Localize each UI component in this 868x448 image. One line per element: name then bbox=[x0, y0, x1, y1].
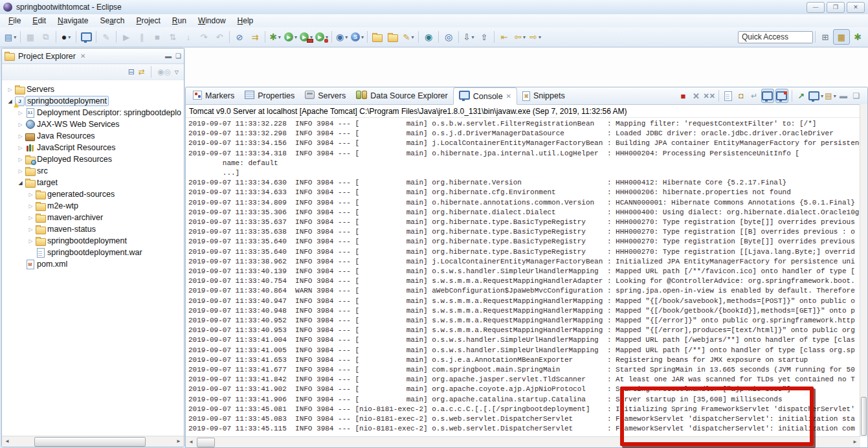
tree-item-springbootdeployment[interactable]: ▷springbootdeployment bbox=[2, 235, 184, 247]
coverage-icon[interactable]: ▶▾ bbox=[298, 30, 314, 44]
save-icon[interactable]: ▦ bbox=[23, 30, 38, 44]
explorer-horizontal-scrollbar[interactable]: ◄ ► bbox=[2, 436, 184, 447]
suspend-icon[interactable]: ∥ bbox=[134, 30, 150, 44]
new-spring-wizard-icon[interactable]: S▾ bbox=[350, 30, 365, 44]
mark-occurrences-icon[interactable]: ✎ bbox=[98, 30, 114, 44]
word-wrap-icon[interactable]: ↵ bbox=[748, 89, 760, 102]
expand-arrow-icon[interactable]: ▷ bbox=[27, 215, 35, 221]
save-all-icon[interactable]: ⧉ bbox=[38, 30, 54, 44]
menu-help[interactable]: Help bbox=[232, 15, 260, 27]
quick-access-box[interactable]: Quick Access bbox=[738, 31, 813, 43]
push-up-icon[interactable]: ⇧ bbox=[476, 30, 492, 44]
tab-properties[interactable]: Properties bbox=[239, 87, 300, 104]
scroll-left-icon[interactable]: ◄ bbox=[186, 437, 196, 447]
minimize-window-button[interactable]: — bbox=[807, 2, 825, 13]
run-icon[interactable]: ▶▾ bbox=[283, 30, 298, 44]
scroll-left-icon[interactable]: ◄ bbox=[2, 436, 12, 446]
expand-arrow-icon[interactable]: ▷ bbox=[16, 145, 25, 151]
open-folder-icon[interactable] bbox=[370, 30, 385, 44]
display-console-icon[interactable]: ▾ bbox=[808, 89, 823, 102]
expand-arrow-icon[interactable]: ▷ bbox=[6, 87, 14, 93]
expand-arrow-icon[interactable]: ▷ bbox=[27, 227, 35, 232]
pull-down-icon[interactable]: ⇩▾ bbox=[461, 30, 476, 44]
link-with-editor-icon[interactable]: ⇄ bbox=[139, 67, 145, 76]
menu-run[interactable]: Run bbox=[166, 15, 192, 27]
tree-item-servers[interactable]: ▷Servers bbox=[2, 84, 184, 95]
close-icon[interactable]: ✕ bbox=[506, 93, 511, 100]
scrollbar-thumb[interactable] bbox=[34, 437, 146, 447]
last-edit-location-icon[interactable]: ⇤ bbox=[496, 30, 512, 44]
expand-arrow-icon[interactable]: ▷ bbox=[27, 203, 35, 209]
open-terminal-icon[interactable] bbox=[78, 30, 94, 44]
tree-item-target[interactable]: ◢target bbox=[2, 177, 184, 188]
open-console-icon[interactable]: ▤▾ bbox=[825, 89, 836, 102]
step-over-icon[interactable]: ↷ bbox=[196, 30, 212, 44]
tab-snippets[interactable]: ⌘Snippets bbox=[517, 87, 570, 104]
maximize-view-icon[interactable]: ❏ bbox=[851, 89, 862, 102]
scrollbar-thumb[interactable] bbox=[861, 397, 867, 436]
minimize-view-icon[interactable]: ▬ bbox=[838, 89, 849, 102]
menu-file[interactable]: File bbox=[3, 15, 27, 27]
forward-icon[interactable]: ⇨▾ bbox=[528, 30, 543, 44]
external-browser-icon[interactable]: ◎ bbox=[441, 30, 456, 44]
resume-icon[interactable]: ▶ bbox=[118, 30, 134, 44]
back-icon[interactable]: ⇦▾ bbox=[512, 30, 528, 44]
export-folder-icon[interactable] bbox=[385, 30, 401, 44]
scroll-lock-icon[interactable]: ◘ bbox=[735, 89, 747, 102]
tree-item-src[interactable]: ▷src bbox=[2, 165, 184, 177]
scroll-right-icon[interactable]: ► bbox=[850, 437, 860, 447]
scroll-right-icon[interactable]: ► bbox=[173, 436, 184, 446]
profile-icon[interactable]: ▶▾ bbox=[314, 30, 329, 44]
expand-arrow-icon[interactable]: ▷ bbox=[27, 192, 35, 197]
clear-console-icon[interactable] bbox=[722, 89, 734, 102]
tree-item-generated-sources[interactable]: ▷generated-sources bbox=[2, 188, 184, 200]
debug-icon[interactable]: ✱▾ bbox=[267, 30, 283, 44]
tab-console[interactable]: Console✕ bbox=[453, 87, 517, 105]
tree-item-maven-status[interactable]: ▷maven-status bbox=[2, 223, 184, 235]
disconnect-icon[interactable]: ⇅ bbox=[165, 30, 181, 44]
new-wizard-icon[interactable]: ▤▾ bbox=[3, 30, 18, 44]
collapse-arrow-icon[interactable]: ◢ bbox=[16, 180, 25, 186]
tree-item-springbootdeployment[interactable]: ◢Jspringbootdeployment bbox=[2, 95, 184, 107]
expand-arrow-icon[interactable]: ▷ bbox=[16, 168, 25, 174]
expand-arrow-icon[interactable]: ▷ bbox=[16, 122, 25, 128]
maximize-window-button[interactable]: ❐ bbox=[827, 2, 845, 13]
step-filters-icon[interactable]: ⇉ bbox=[247, 30, 263, 44]
expand-arrow-icon[interactable]: ▷ bbox=[16, 133, 25, 139]
tree-item-javascript-resources[interactable]: ▷JavaScript Resources bbox=[2, 142, 184, 153]
tree-item-maven-archiver[interactable]: ▷maven-archiver bbox=[2, 212, 184, 223]
menu-navigate[interactable]: Navigate bbox=[52, 15, 94, 27]
highlight-pen-icon[interactable]: ✎▾ bbox=[401, 30, 416, 44]
step-into-icon[interactable]: ↓ bbox=[181, 30, 196, 44]
close-window-button[interactable]: ✕ bbox=[847, 2, 865, 13]
console-vertical-scrollbar[interactable] bbox=[860, 104, 867, 437]
menu-window[interactable]: Window bbox=[192, 15, 232, 27]
show-console-stderr-icon[interactable] bbox=[775, 89, 788, 103]
pin-console-icon[interactable]: ↗ bbox=[796, 89, 807, 102]
tab-project-explorer[interactable]: Project Explorer ✕ bbox=[5, 51, 85, 61]
debug-perspective-icon[interactable]: ✱ bbox=[850, 30, 865, 44]
tab-data-source-explorer[interactable]: Data Source Explorer bbox=[351, 87, 453, 104]
tree-item-java-resources[interactable]: ▷Java Resources bbox=[2, 130, 184, 142]
open-web-browser-icon[interactable]: ◉ bbox=[421, 30, 436, 44]
tab-markers[interactable]: Markers bbox=[188, 87, 239, 104]
remove-all-launches-icon[interactable]: ✕✕ bbox=[704, 89, 715, 102]
tree-item-pom-xml[interactable]: Mpom.xml bbox=[2, 258, 184, 270]
tree-item-m2e-wtp[interactable]: ▷m2e-wtp bbox=[2, 200, 184, 212]
tab-servers[interactable]: Servers bbox=[300, 87, 351, 104]
menu-search[interactable]: Search bbox=[94, 15, 130, 27]
user-profile-icon[interactable]: ●▾ bbox=[58, 30, 74, 44]
javaee-perspective-icon[interactable]: ▦ bbox=[833, 29, 850, 45]
tree-item-deployment-descriptor-springbootdeplo[interactable]: ▷3.1Deployment Descriptor: springbootdep… bbox=[2, 107, 184, 118]
view-menu-icon[interactable]: ▽ bbox=[175, 69, 179, 75]
remove-launch-icon[interactable]: ✕ bbox=[691, 89, 702, 102]
step-return-icon[interactable]: ↶ bbox=[212, 30, 227, 44]
minimize-view-icon[interactable]: ▬ bbox=[165, 52, 172, 60]
tree-item-jax-ws-web-services[interactable]: ▷JAX-WS Web Services bbox=[2, 118, 184, 130]
expand-arrow-icon[interactable]: ▷ bbox=[16, 157, 25, 162]
skip-breakpoints-icon[interactable]: ⊘ bbox=[232, 30, 247, 44]
close-icon[interactable]: ✕ bbox=[80, 52, 85, 60]
terminate-icon[interactable]: ■ bbox=[150, 30, 165, 44]
show-console-stdout-icon[interactable] bbox=[761, 89, 774, 103]
expand-arrow-icon[interactable]: ▷ bbox=[16, 110, 25, 116]
